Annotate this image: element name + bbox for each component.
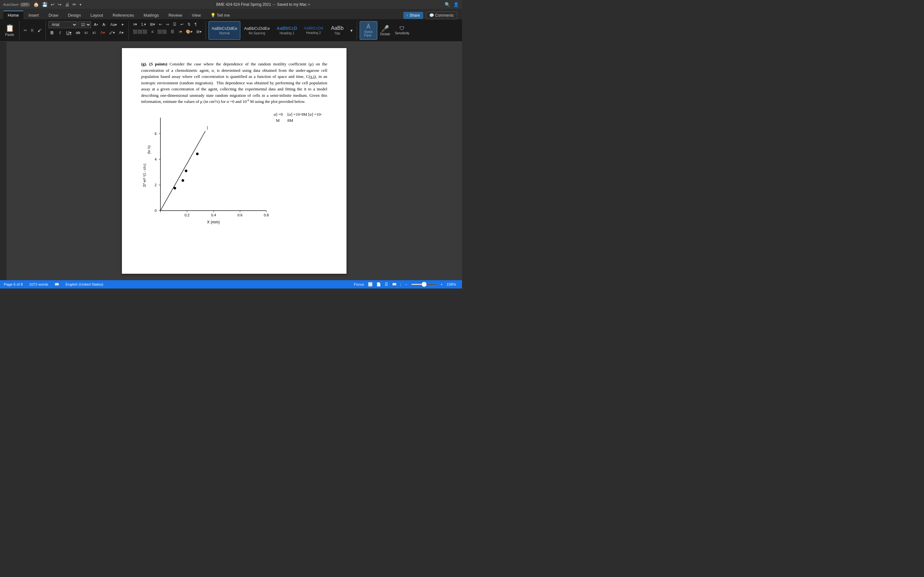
save-status: Saved to my Mac — [277, 2, 307, 7]
tab-tell-me[interactable]: 💡 Tell me — [206, 11, 234, 19]
dictate-button[interactable]: 🎤 Dictate — [378, 23, 392, 37]
font-size-selector[interactable]: 12 — [78, 21, 91, 28]
tab-mailings[interactable]: Mailings — [139, 11, 164, 19]
format-painter-button[interactable]: 🖌 — [36, 27, 43, 34]
borders-button[interactable]: ⊞▾ — [195, 29, 203, 35]
autosave-state[interactable]: OFF — [20, 3, 30, 7]
style-heading1[interactable]: AaBbCcD Heading 1 — [274, 21, 300, 40]
tab-insert[interactable]: Insert — [24, 11, 44, 19]
doc-name: BME 424-524 Final Spring 2021 — [216, 2, 271, 7]
highlight-button[interactable]: 🖊▾ — [107, 29, 116, 36]
zoom-decrease-button[interactable]: − — [405, 282, 407, 286]
show-marks-button[interactable]: ¶ — [193, 21, 198, 27]
cut-button[interactable]: ✂ — [22, 27, 29, 34]
bullets-button[interactable]: ≡▾ — [131, 21, 139, 27]
proofing-icon[interactable]: 📖 — [55, 282, 59, 287]
sensitivity-icon: 🛡 — [399, 26, 405, 31]
tab-home[interactable]: Home — [3, 11, 23, 19]
customize-icon[interactable]: ✏ — [73, 2, 76, 7]
sort-button[interactable]: ⇅ — [186, 21, 192, 27]
layout-icon[interactable]: 📄 — [376, 282, 381, 287]
share-icon: ↑ — [407, 13, 409, 18]
immersive-icon[interactable]: 📖 — [392, 282, 397, 287]
tab-view[interactable]: View — [187, 11, 205, 19]
clear-format-button[interactable]: ✦ — [120, 21, 126, 28]
paste-button[interactable]: 📋 Paste — [3, 23, 17, 37]
paragraph-group: ≡▾ 1.▾ ⊞▾ ⇐ ⇒ ☰ ↩ ⇅ ¶ ⬛⬛⬛ ≡ ⬛⬛ ☰ ↕▾ 🎨▾ ⊞… — [131, 21, 206, 40]
dropdown-icon[interactable]: ▾ — [79, 3, 81, 7]
tab-review[interactable]: Review — [164, 11, 187, 19]
increase-indent-button[interactable]: ⇒ — [164, 21, 171, 27]
font-group: Arial 12 A+ A- Aa▾ ✦ B I U▾ ab x2 x2 A▾ … — [48, 21, 129, 40]
undo-icon[interactable]: ↩ — [51, 2, 55, 7]
word-count: 1072 words — [29, 282, 48, 286]
line-spacing-button[interactable]: ↕▾ — [176, 29, 184, 35]
zoom-level[interactable]: 158% — [447, 282, 458, 286]
svg-point-25 — [196, 153, 199, 155]
mark-button[interactable]: ☰ — [171, 21, 178, 27]
font-name-selector[interactable]: Arial — [48, 21, 78, 28]
subscript-button[interactable]: x2 — [83, 29, 90, 36]
svg-text:X (mm): X (mm) — [207, 220, 220, 224]
zoom-slider[interactable] — [411, 284, 437, 285]
list-view-icon[interactable]: ☰ — [384, 282, 388, 287]
underline-button[interactable]: U▾ — [65, 29, 73, 36]
autosave-label: AutoSave — [3, 3, 19, 6]
share-button[interactable]: ↑ Share — [403, 12, 423, 19]
tab-references[interactable]: References — [108, 11, 138, 19]
style-normal[interactable]: AaBbCcDdEe Normal — [208, 21, 240, 40]
styles-group: AaBbCcDdEe Normal AaBbCcDdEe No Spacing … — [208, 21, 357, 40]
multilevel-button[interactable]: ⊞▾ — [148, 21, 157, 27]
content-area[interactable]: (g). (5 points) Consider the case where … — [6, 42, 462, 280]
ruler-left — [0, 42, 6, 280]
text-color-button[interactable]: A▾ — [118, 29, 125, 36]
svg-point-23 — [174, 187, 176, 189]
search-icon[interactable]: 🔍 — [445, 2, 450, 7]
decrease-indent-button[interactable]: ⇐ — [157, 21, 164, 27]
svg-text:0.8: 0.8 — [264, 213, 268, 217]
tab-draw[interactable]: Draw — [44, 11, 63, 19]
tab-design[interactable]: Design — [63, 11, 86, 19]
status-bar: Page 6 of 8 1072 words 📖 English (United… — [0, 280, 462, 288]
justify-button[interactable]: ☰ — [169, 29, 176, 35]
font-color-button[interactable]: A▾ — [99, 29, 107, 36]
comments-button[interactable]: 💬 Comments — [426, 11, 457, 19]
right-tools-group: Ā StylesPane 🎤 Dictate 🛡 Sensitivity — [360, 21, 414, 40]
sensitivity-button[interactable]: 🛡 Sensitivity — [393, 24, 411, 36]
style-heading2[interactable]: AaBbCcDd Heading 2 — [301, 21, 326, 40]
rtl-button[interactable]: ↩ — [179, 21, 185, 27]
styles-pane-button[interactable]: Ā StylesPane — [360, 21, 377, 40]
redo-icon[interactable]: ↪ — [58, 2, 61, 7]
focus-icon[interactable]: ⬜ — [368, 282, 373, 287]
decrease-font-button[interactable]: A- — [101, 21, 108, 28]
shading-button[interactable]: 🎨▾ — [184, 29, 194, 35]
case-button[interactable]: Aa▾ — [109, 21, 119, 28]
superscript-button[interactable]: x2 — [91, 29, 98, 36]
document-page: (g). (5 points) Consider the case where … — [122, 48, 347, 274]
strikethrough-button[interactable]: ab — [74, 29, 81, 36]
copy-button[interactable]: ⎘ — [29, 27, 35, 34]
increase-font-button[interactable]: A+ — [92, 21, 100, 28]
more-styles-button[interactable]: ▾ — [349, 27, 354, 34]
print-icon[interactable]: 🖨 — [65, 2, 69, 7]
bold-button[interactable]: B — [48, 29, 55, 36]
toolbar-row1: 📋 Paste ✂ ⎘ 🖌 Arial 12 A+ A- Aa▾ ✦ B I U… — [0, 19, 462, 42]
tab-layout[interactable]: Layout — [86, 11, 107, 19]
statusbar-right: Focus ⬜ 📄 ☰ 📖 | − + 158% — [354, 282, 458, 287]
profile-icon[interactable]: 👤 — [453, 2, 459, 7]
svg-text:[: [ — [207, 126, 208, 129]
italic-button[interactable]: I — [57, 29, 63, 36]
align-center-button[interactable]: ≡ — [150, 29, 155, 35]
style-title[interactable]: AaBb Title — [327, 21, 348, 40]
zoom-separator: | — [401, 282, 401, 286]
autosave-toggle[interactable]: AutoSave OFF — [3, 3, 30, 7]
home-icon[interactable]: 🏠 — [33, 2, 39, 7]
focus-button[interactable]: Focus — [354, 282, 364, 286]
save-icon[interactable]: 💾 — [42, 2, 47, 7]
align-right-button[interactable]: ⬛⬛ — [156, 29, 168, 35]
main-area: (g). (5 points) Consider the case where … — [0, 42, 462, 280]
zoom-increase-button[interactable]: + — [441, 282, 443, 286]
numbering-button[interactable]: 1.▾ — [139, 21, 148, 27]
align-left-button[interactable]: ⬛⬛⬛ — [131, 29, 149, 35]
style-no-spacing[interactable]: AaBbCcDdEe No Spacing — [241, 21, 273, 40]
